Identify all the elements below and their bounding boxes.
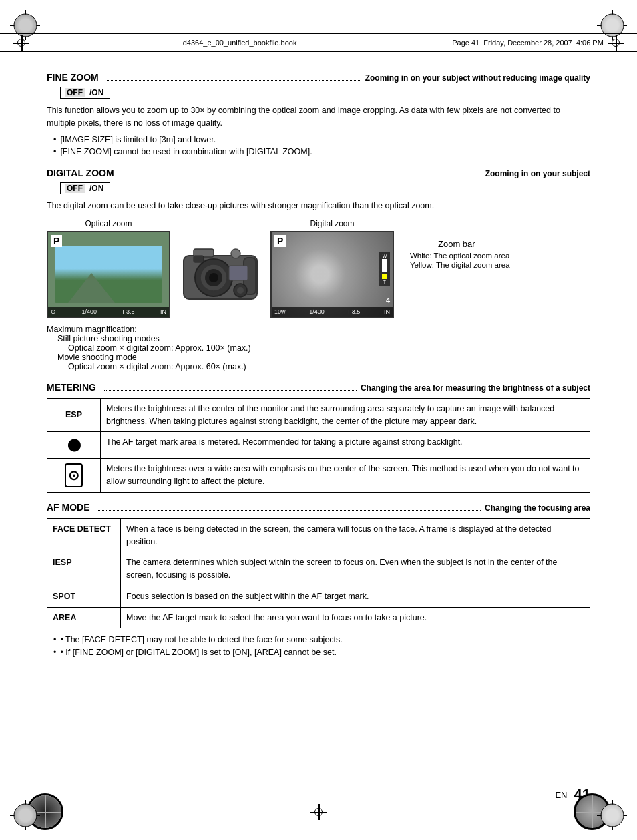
- corner-mark-bl: [7, 793, 47, 833]
- metering-desc: Changing the area for measuring the brig…: [361, 383, 590, 393]
- digital-zoom-toggle: OFF /ON: [60, 182, 590, 194]
- metering-val-0: Meters the brightness at the center of t…: [101, 398, 590, 432]
- movie-mode-label: Movie shooting mode: [57, 353, 590, 362]
- max-mag-block: Maximum magnification: Still picture sho…: [47, 325, 590, 371]
- metering-dots: [104, 390, 357, 391]
- header-crosshair-right: [608, 35, 624, 51]
- af-key-1: iESP: [47, 552, 121, 586]
- af-key-0: FACE DETECT: [47, 518, 121, 552]
- zoom-white-caption: White: The optical zoom area: [410, 252, 510, 260]
- digital-p-badge: P: [274, 235, 286, 247]
- fine-zoom-bullet2: [FINE ZOOM] cannot be used in combinatio…: [53, 146, 590, 158]
- corner-mark-br: [590, 793, 630, 833]
- digital-flower-bg: [272, 232, 393, 317]
- zoom-bar-yellow: [382, 274, 387, 279]
- af-note1: • The [FACE DETECT] may not be able to d…: [53, 634, 590, 646]
- fine-zoom-on: /ON: [87, 88, 105, 97]
- af-val-0: When a face is being detected in the scr…: [121, 518, 590, 552]
- zoom-bar-white: [382, 259, 387, 272]
- main-content: FINE ZOOM Zooming in on your subject wit…: [47, 60, 590, 780]
- bottom-center-mark: [310, 793, 327, 830]
- header-time: 4:06 PM: [576, 39, 604, 47]
- digital-zoom-screen: P W T 4 10w 1/400 F3.5 IN: [270, 231, 394, 318]
- fine-zoom-title: FINE ZOOM: [47, 72, 99, 83]
- digital-zoom-heading: DIGITAL ZOOM Zooming in on your subject: [47, 168, 590, 178]
- table-row: iESP The camera determines which subject…: [47, 552, 590, 586]
- digital-zoom-dots: [122, 176, 481, 176]
- fine-zoom-bullet1: [IMAGE SIZE] is limited to [3m] and lowe…: [53, 134, 590, 146]
- zoom-yellow-caption: Yellow: The digital zoom area: [410, 261, 510, 269]
- metering-heading: METERING Changing the area for measuring…: [47, 382, 590, 393]
- bottom-marks: [0, 793, 637, 830]
- header-crosshair-left: [13, 35, 29, 51]
- digital-zoom-off: OFF: [65, 184, 85, 193]
- af-mode-title: AF MODE: [47, 502, 90, 513]
- table-row: ⊙ Meters the brightness over a wide area…: [47, 459, 590, 493]
- metering-val-1: The AF target mark area is metered. Reco…: [101, 432, 590, 459]
- zoom-caption-block: Zoom bar White: The optical zoom area Ye…: [407, 239, 510, 269]
- fine-zoom-toggle: OFF /ON: [60, 87, 590, 99]
- svg-point-10: [237, 287, 244, 294]
- digital-zoom-title: DIGITAL ZOOM: [47, 168, 114, 178]
- metering-val-2: Meters the brightness over a wide area w…: [101, 459, 590, 493]
- digital-num-badge: 4: [386, 296, 390, 304]
- zoom-bar-text: Zoom bar: [438, 239, 475, 249]
- fine-zoom-heading: FINE ZOOM Zooming in on your subject wit…: [47, 72, 590, 83]
- metering-key-2: ⊙: [47, 459, 101, 493]
- header-page: Page 41: [452, 39, 479, 47]
- table-row: ⬤ The AF target mark area is metered. Re…: [47, 432, 590, 459]
- svg-rect-11: [194, 256, 204, 262]
- digital-zoom-desc: Zooming in on your subject: [485, 169, 590, 178]
- af-note2: • If [FINE ZOOM] or [DIGITAL ZOOM] is se…: [53, 646, 590, 659]
- zoom-image-row: Optical zoom P ⊙ 1/400 F3.5 IN: [47, 219, 590, 318]
- af-key-2: SPOT: [47, 586, 121, 607]
- optical-zoom-block: Optical zoom P ⊙ 1/400 F3.5 IN: [47, 219, 170, 318]
- optical-zoom-screen: P ⊙ 1/400 F3.5 IN: [47, 231, 170, 318]
- table-row: AREA Move the AF target mark to select t…: [47, 607, 590, 628]
- digital-zoom-body: The digital zoom can be used to take clo…: [47, 200, 590, 212]
- digital-zoom-on: /ON: [87, 184, 105, 193]
- max-mag-label: Maximum magnification:: [47, 325, 590, 334]
- fine-zoom-desc: Zooming in on your subject without reduc…: [365, 73, 590, 83]
- table-row: SPOT Focus selection is based on the sub…: [47, 586, 590, 607]
- af-mode-table: FACE DETECT When a face is being detecte…: [47, 518, 590, 629]
- fine-zoom-toggle-box: OFF /ON: [60, 87, 110, 99]
- optical-bottom-bar: ⊙ 1/400 F3.5 IN: [48, 307, 169, 317]
- optical-p-badge: P: [51, 235, 62, 247]
- fine-zoom-dots: [107, 80, 361, 81]
- still-modes-value: Optical zoom × digital zoom: Approx. 100…: [68, 343, 590, 353]
- optical-landscape: [55, 246, 162, 303]
- optical-mountain: [68, 273, 115, 303]
- table-row: ESP Meters the brightness at the center …: [47, 398, 590, 432]
- svg-point-4: [209, 273, 218, 282]
- af-mode-desc: Changing the focusing area: [485, 503, 590, 513]
- metering-title: METERING: [47, 382, 96, 393]
- movie-mode-value: Optical zoom × digital zoom: Approx. 60×…: [68, 362, 590, 371]
- fine-zoom-body: This function allows you to zoom up to 3…: [47, 104, 590, 130]
- camera-device-block: [177, 239, 264, 306]
- af-mode-dots: [98, 510, 481, 511]
- still-modes-label: Still picture shooting modes: [57, 334, 590, 343]
- zoom-bar-caption-label: Zoom bar: [407, 239, 510, 249]
- digital-zoom-toggle-box: OFF /ON: [60, 182, 110, 194]
- optical-zoom-label: Optical zoom: [85, 219, 132, 228]
- digital-bottom-bar: 10w 1/400 F3.5 IN: [272, 307, 393, 317]
- header-bar: d4364_e_00_unified_bookfile.book Page 41…: [0, 33, 637, 52]
- metering-table: ESP Meters the brightness at the center …: [47, 398, 590, 493]
- digital-zoom-block: Digital zoom P W T 4 10w 1/400: [270, 219, 394, 318]
- svg-rect-8: [229, 266, 248, 280]
- metering-key-1: ⬤: [47, 432, 101, 459]
- header-filename: d4364_e_00_unified_bookfile.book: [29, 39, 450, 47]
- af-val-1: The camera determines which subject with…: [121, 552, 590, 586]
- zoom-bar-pointer: [358, 274, 378, 274]
- table-row: FACE DETECT When a face is being detecte…: [47, 518, 590, 552]
- af-mode-heading: AF MODE Changing the focusing area: [47, 502, 590, 513]
- camera-device-svg: [177, 239, 264, 306]
- digital-zoom-label: Digital zoom: [310, 219, 354, 228]
- svg-point-6: [231, 249, 240, 258]
- header-date: Friday, December 28, 2007: [483, 39, 572, 47]
- af-val-3: Move the AF target mark to select the ar…: [121, 607, 590, 628]
- af-key-3: AREA: [47, 607, 121, 628]
- fine-zoom-off: OFF: [65, 88, 85, 97]
- zoom-bar-overlay: W T: [379, 252, 390, 286]
